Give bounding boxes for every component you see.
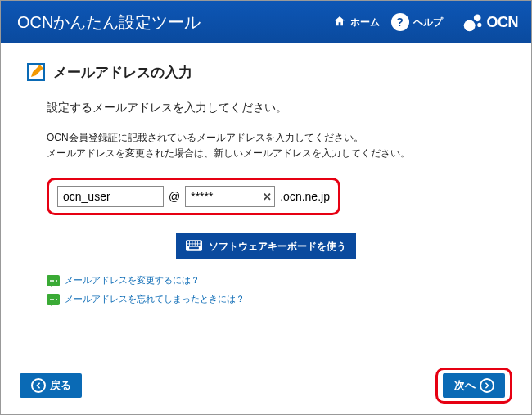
svg-rect-10 <box>187 244 190 246</box>
svg-rect-12 <box>192 244 195 246</box>
header-links: ホーム ? ヘルプ OCN <box>333 11 519 33</box>
svg-rect-11 <box>190 244 192 246</box>
svg-rect-8 <box>196 241 198 244</box>
svg-point-2 <box>477 23 481 27</box>
back-button[interactable]: 戻る <box>20 373 82 398</box>
home-icon <box>333 15 346 30</box>
help-link-forgot-email[interactable]: メールアドレスを忘れてしまったときには？ <box>47 293 507 305</box>
footer: 戻る 次へ <box>0 368 532 404</box>
next-button-highlight: 次へ <box>435 368 512 404</box>
email-domain-input[interactable] <box>185 186 275 207</box>
software-keyboard-label: ソフトウェアキーボードを使う <box>209 240 346 254</box>
help-link-label: メールアドレスを忘れてしまったときには？ <box>65 293 245 305</box>
keyboard-icon <box>186 240 202 254</box>
desc-line-1: OCN会員登録証に記載されているメールアドレスを入力してください。 <box>47 130 507 146</box>
clear-icon[interactable]: ✕ <box>263 191 272 203</box>
help-label: ヘルプ <box>413 16 443 29</box>
at-symbol: @ <box>169 190 180 203</box>
chat-icon <box>47 275 60 286</box>
svg-rect-5 <box>187 241 190 244</box>
email-suffix: .ocn.ne.jp <box>280 190 330 203</box>
next-button[interactable]: 次へ <box>443 373 505 398</box>
email-domain-wrap: ✕ <box>185 186 275 207</box>
arrow-left-icon <box>31 378 46 393</box>
lead-text: 設定するメールアドレスを入力してください。 <box>47 101 507 115</box>
ocn-logo-text: OCN <box>487 14 519 31</box>
svg-rect-7 <box>192 241 195 244</box>
help-icon: ? <box>391 13 409 31</box>
svg-rect-9 <box>198 241 201 244</box>
back-label: 戻る <box>50 378 71 393</box>
ocn-logo-icon <box>462 11 484 33</box>
svg-rect-15 <box>189 247 199 250</box>
description: OCN会員登録証に記載されているメールアドレスを入力してください。 メールアドレ… <box>47 130 507 161</box>
svg-rect-14 <box>198 244 201 246</box>
svg-rect-13 <box>196 244 198 246</box>
ocn-logo: OCN <box>462 11 519 33</box>
main-content: メールアドレスの入力 設定するメールアドレスを入力してください。 OCN会員登録… <box>1 43 531 314</box>
section-title: メールアドレスの入力 <box>53 63 192 82</box>
software-keyboard-button[interactable]: ソフトウェアキーボードを使う <box>176 233 356 259</box>
arrow-right-icon <box>480 378 494 393</box>
home-link[interactable]: ホーム <box>333 15 380 30</box>
chat-icon <box>47 294 60 305</box>
help-links: メールアドレスを変更するには？ メールアドレスを忘れてしまったときには？ <box>47 274 507 305</box>
section-title-row: メールアドレスの入力 <box>25 61 507 83</box>
svg-rect-6 <box>190 241 192 244</box>
help-link-label: メールアドレスを変更するには？ <box>65 274 200 286</box>
help-link[interactable]: ? ヘルプ <box>391 13 443 31</box>
email-input-group: @ ✕ .ocn.ne.jp <box>47 178 340 215</box>
home-label: ホーム <box>350 16 380 29</box>
app-header: OCNかんたん設定ツール ホーム ? ヘルプ OCN <box>1 1 531 43</box>
svg-point-1 <box>473 14 480 21</box>
help-link-change-email[interactable]: メールアドレスを変更するには？ <box>47 274 507 286</box>
next-label: 次へ <box>454 378 476 393</box>
email-user-input[interactable] <box>57 186 164 207</box>
app-title: OCNかんたん設定ツール <box>17 11 333 34</box>
desc-line-2: メールアドレスを変更された場合は、新しいメールアドレスを入力してください。 <box>47 146 507 161</box>
svg-point-0 <box>463 20 475 31</box>
edit-icon <box>25 61 47 83</box>
